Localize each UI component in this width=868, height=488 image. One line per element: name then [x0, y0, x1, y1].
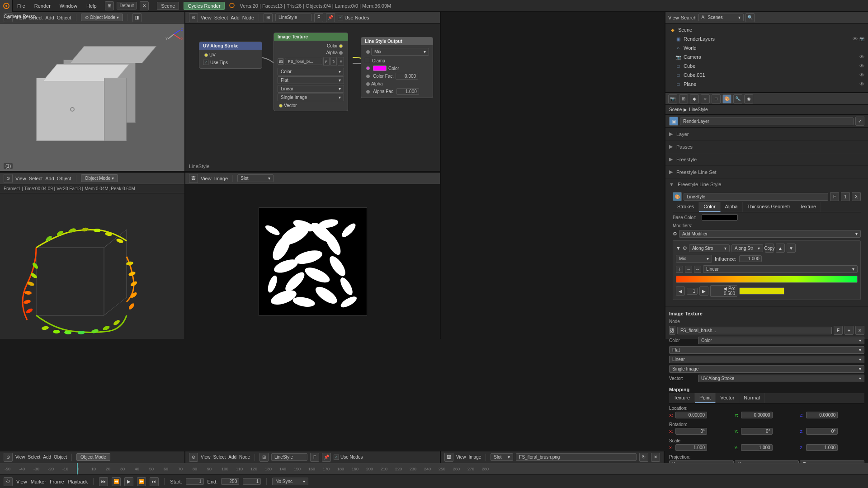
passes-section-title[interactable]: ▶ Passes — [669, 142, 864, 151]
workspace-name[interactable]: Default — [117, 2, 137, 9]
timeline-marker-btn[interactable]: Marker — [31, 479, 46, 484]
modifier-down-btn[interactable]: ▼ — [787, 244, 796, 253]
file-browse-btn[interactable]: F — [323, 57, 330, 66]
freestyle-select-btn[interactable]: Select — [29, 176, 43, 181]
node-bar-view-btn[interactable]: View — [201, 455, 211, 460]
scale-y-input[interactable]: 1.000 — [741, 444, 773, 451]
constraint-prop-btn[interactable]: 🎨 — [722, 94, 731, 103]
node-add-btn[interactable]: Add — [231, 15, 240, 20]
stop-index[interactable]: 1 — [687, 288, 698, 295]
swap-stops-btn[interactable]: ↔ — [694, 266, 701, 273]
vp-add-btn[interactable]: Add — [43, 455, 51, 460]
image-view-btn[interactable]: View — [201, 176, 212, 181]
freestyle-object-btn[interactable]: Object — [57, 176, 71, 181]
img-bar-image-btn[interactable]: Image — [469, 455, 481, 460]
tex-single-dropdown[interactable]: Single Image — [669, 365, 864, 373]
tex-f-btn[interactable]: F — [834, 326, 843, 335]
node-view-btn[interactable]: View — [201, 15, 212, 20]
stop-next-btn[interactable]: ▶ — [699, 286, 708, 296]
play-start-btn[interactable]: ⏮ — [99, 477, 108, 486]
bottom-mode-select[interactable]: Object Mode — [76, 453, 110, 461]
end-frame-input[interactable]: 250 — [221, 478, 239, 485]
node-bar-f-btn[interactable]: F — [310, 453, 319, 462]
freestyle-line-set-title[interactable]: ▶ Freestyle Line Set — [669, 168, 864, 176]
blend-mode-dropdown[interactable]: Mix — [371, 48, 429, 56]
node-bar-select-btn[interactable]: Select — [213, 455, 226, 460]
vp-view-btn[interactable]: View — [15, 455, 25, 460]
node-select-btn[interactable]: Select — [214, 15, 228, 20]
modifier-prop-btn[interactable]: 🔧 — [733, 94, 742, 103]
image-image-btn[interactable]: Image — [214, 176, 228, 181]
along-stroke-btn2[interactable]: Along Str — [731, 244, 763, 252]
stop-pos-input[interactable]: ◀ Po: 0.500 — [710, 285, 737, 297]
linestyle-pin-btn[interactable]: X — [852, 192, 861, 201]
play-btn[interactable]: ▶ — [124, 477, 133, 486]
vp-object-btn[interactable]: Object — [54, 455, 67, 460]
node-bar-node-btn[interactable]: Node — [239, 455, 250, 460]
freestyle-section-title[interactable]: ▶ Freestyle — [669, 155, 864, 164]
color-gradient-bar[interactable] — [676, 276, 858, 283]
tex-flat-dropdown[interactable]: Flat — [669, 346, 864, 354]
use-nodes-checkbox[interactable] — [338, 15, 343, 20]
alpha-tab[interactable]: Alpha — [721, 202, 743, 212]
cube001-tree-item[interactable]: □ Cube.001 👁 — [665, 70, 868, 80]
thickness-tab[interactable]: Thickness Geometr — [743, 202, 795, 212]
along-stroke-btn1[interactable]: Along Stro — [689, 244, 730, 252]
object-menu-item[interactable]: Object — [57, 15, 71, 20]
file-reload-btn[interactable]: ↻ — [330, 57, 337, 66]
linestyle-users-btn[interactable]: 1 — [841, 192, 850, 201]
sync-dropdown[interactable]: No Sync — [272, 478, 308, 485]
scale-x-input[interactable]: 1.000 — [675, 444, 707, 451]
play-next-btn[interactable]: ⏩ — [137, 477, 146, 486]
node-f-btn[interactable]: F — [314, 13, 323, 22]
img-slot-dropdown[interactable]: Slot — [491, 453, 513, 461]
view-btn[interactable]: View — [668, 15, 679, 20]
tex-close-btn[interactable]: ✕ — [855, 326, 864, 335]
tex-file-input[interactable]: FS_floral_brush... — [677, 327, 832, 334]
alpha-fac-input[interactable]: 1.000 — [396, 88, 419, 95]
world-tree-item[interactable]: ○ World — [665, 43, 868, 52]
window-menu[interactable]: Window — [55, 0, 82, 11]
img-bar-view-btn[interactable]: View — [456, 455, 466, 460]
texture-mapping-tab[interactable]: Texture — [669, 393, 695, 403]
interpolation-select[interactable]: Linear — [703, 265, 858, 273]
modifier-copy-btn[interactable]: Copy — [765, 244, 774, 253]
cube-tree-item[interactable]: □ Cube 👁 — [665, 61, 868, 70]
strokes-tab[interactable]: Strokes — [673, 202, 699, 212]
renderlayers-tree-item[interactable]: ▣ RenderLayers 👁 📷 — [665, 34, 868, 43]
start-frame-input[interactable]: 1 — [186, 478, 204, 485]
loc-x-input[interactable]: 0.00000 — [675, 412, 707, 418]
all-scenes-dropdown[interactable]: All Scenes — [698, 14, 744, 21]
remove-stop-btn[interactable]: − — [685, 266, 692, 273]
add-menu-item[interactable]: Add — [45, 15, 54, 20]
object-prop-btn[interactable]: □ — [712, 94, 721, 103]
scene-prop-btn[interactable]: ◆ — [690, 94, 699, 103]
stop-color-swatch[interactable] — [739, 287, 784, 295]
tex-color-dropdown[interactable]: Color — [698, 337, 864, 344]
node-node-btn[interactable]: Node — [242, 15, 254, 20]
mode-dropdown[interactable]: ⊙ Object Mode ▾ — [81, 14, 123, 21]
timeline-frame-btn[interactable]: Frame — [50, 479, 64, 484]
image-file-input[interactable]: FS_floral_br... — [285, 58, 322, 65]
world-prop-btn[interactable]: ○ — [701, 94, 710, 103]
linestyle-breadcrumb[interactable]: LineStyle — [689, 107, 708, 112]
play-prev-btn[interactable]: ⏪ — [112, 477, 121, 486]
node-bar-name-input[interactable]: LineStyle — [271, 453, 307, 461]
camera-tree-item[interactable]: 📷 Camera 👁 — [665, 52, 868, 61]
use-tips-checkbox[interactable] — [203, 60, 208, 65]
blend-mode-select[interactable]: Mix — [676, 255, 712, 263]
slot-dropdown[interactable]: Slot — [237, 174, 274, 182]
linestyle-name-input[interactable]: LineStyle — [275, 14, 311, 21]
scene-name[interactable]: Scene — [157, 2, 179, 10]
search-icon-btn[interactable]: 🔍 — [745, 13, 755, 22]
img-reload-btn[interactable]: ↻ — [639, 453, 648, 462]
freestyle-add-btn[interactable]: Add — [45, 176, 54, 181]
rot-y-input[interactable]: 0° — [741, 428, 773, 435]
add-stop-btn[interactable]: + — [676, 266, 683, 273]
node-bar-pin-btn[interactable]: 📌 — [322, 453, 331, 462]
current-frame-input[interactable]: 1 — [243, 478, 261, 485]
freestyle-view-btn[interactable]: View — [15, 176, 26, 181]
clamp-checkbox[interactable] — [365, 58, 370, 63]
file-menu[interactable]: File — [13, 0, 30, 11]
modifier-expand[interactable]: ▼ — [676, 245, 681, 251]
